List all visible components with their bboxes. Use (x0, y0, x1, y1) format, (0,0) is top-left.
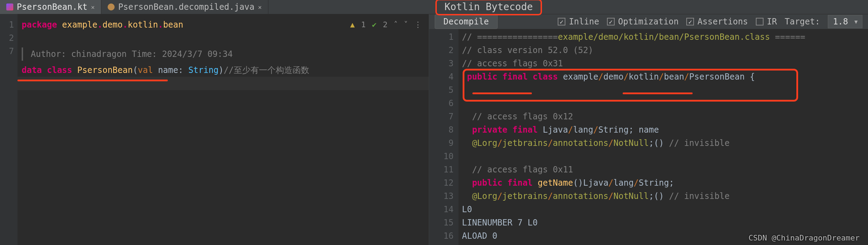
decompile-button[interactable]: Decompile (435, 14, 498, 29)
java-file-icon (108, 3, 115, 10)
bytecode-editor[interactable]: 1234567891011121314151617 // ===========… (429, 29, 868, 245)
line-gutter: 1 2 7 (0, 14, 17, 245)
left-editor-pane: PsersonBean.kt × PsersonBean.decompiled.… (0, 0, 429, 245)
chevron-down-icon[interactable]: ˅ (404, 18, 408, 31)
ir-checkbox[interactable]: IR (756, 17, 777, 27)
line-gutter: 1234567891011121314151617 (429, 29, 458, 245)
inline-checkbox[interactable]: Inline (558, 17, 599, 27)
doc-comment: Author: chinadragon Time: 2024/3/7 09:34 (22, 47, 429, 61)
close-icon[interactable]: × (258, 3, 262, 11)
annotation-underline (17, 80, 168, 81)
tab-label: PsersonBean.decompiled.java (118, 2, 254, 12)
annotation-underline (623, 92, 693, 94)
checkbox-icon (686, 18, 694, 25)
inspection-status[interactable]: ▲1 ✔2 ˄ ˅ ⋮ (350, 18, 422, 31)
bytecode-toolbar: Decompile Inline Optimization Assertions… (429, 14, 868, 29)
target-select[interactable]: 1.8 (828, 15, 862, 28)
watermark: CSDN @ChinaDragonDreamer (748, 233, 860, 242)
checkbox-icon (558, 18, 565, 25)
optimization-checkbox[interactable]: Optimization (607, 17, 679, 27)
checkbox-icon (756, 18, 764, 25)
annotation-underline (472, 92, 532, 94)
editor-tab-bar: PsersonBean.kt × PsersonBean.decompiled.… (0, 0, 429, 14)
warning-icon[interactable]: ▲ (350, 18, 355, 31)
assertions-checkbox[interactable]: Assertions (686, 17, 748, 27)
kotlin-file-icon (6, 3, 13, 10)
tab-decompiled-file[interactable]: PsersonBean.decompiled.java × (101, 0, 268, 14)
tab-kotlin-file[interactable]: PsersonBean.kt × (0, 0, 101, 14)
code-line: data class PsersonBean(val name: String)… (22, 64, 429, 77)
tool-window-title: Kotlin Bytecode (435, 0, 542, 15)
tab-label: PsersonBean.kt (17, 2, 87, 12)
more-icon[interactable]: ⋮ (414, 18, 422, 31)
target-label: Target: (784, 17, 820, 27)
checkmark-icon[interactable]: ✔ (372, 18, 377, 31)
bytecode-content[interactable]: // ================example/demo/kotlin/b… (458, 29, 868, 245)
close-icon[interactable]: × (91, 3, 95, 11)
code-content[interactable]: ▲1 ✔2 ˄ ˅ ⋮ package example.demo.kotlin.… (17, 14, 429, 245)
chevron-up-icon[interactable]: ˄ (394, 18, 398, 31)
checkbox-icon (607, 18, 615, 25)
tool-window-title-bar: Kotlin Bytecode (429, 0, 868, 14)
editor-area[interactable]: 1 2 7 ▲1 ✔2 ˄ ˅ ⋮ package example.demo.k… (0, 14, 429, 245)
bytecode-pane: Kotlin Bytecode Decompile Inline Optimiz… (429, 0, 868, 245)
